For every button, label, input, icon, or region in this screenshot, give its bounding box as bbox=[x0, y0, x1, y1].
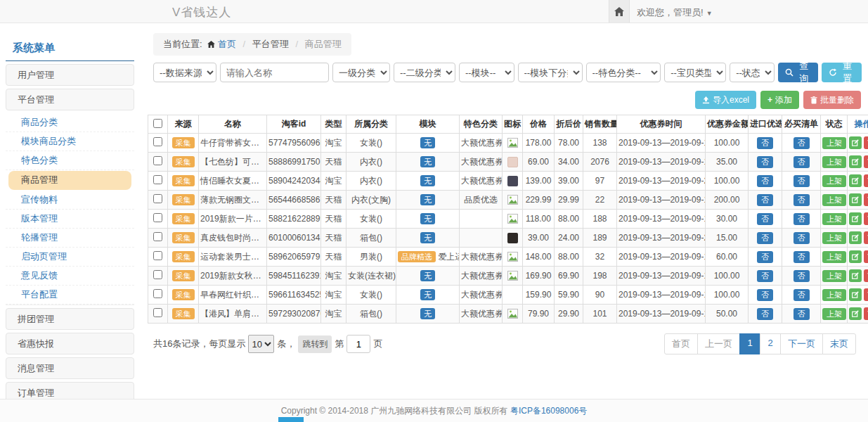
sidebar-item-模块商品分类[interactable]: 模块商品分类 bbox=[6, 132, 134, 151]
sidebar-item-商品分类[interactable]: 商品分类 bbox=[6, 113, 134, 132]
jump-button[interactable]: 跳转到 bbox=[298, 335, 332, 353]
must-buy-toggle[interactable]: 否 bbox=[793, 137, 810, 149]
must-buy-toggle[interactable]: 否 bbox=[793, 213, 810, 225]
jump-page-input[interactable] bbox=[346, 335, 370, 353]
status-toggle[interactable]: 上架 bbox=[822, 308, 846, 320]
delete-button[interactable] bbox=[864, 307, 868, 320]
filter-select-1[interactable]: --数据来源-- bbox=[153, 63, 216, 82]
row-checkbox[interactable] bbox=[153, 194, 162, 203]
icp-link[interactable]: 粤ICP备16098006号 bbox=[510, 405, 587, 417]
sidebar-item-特色分类[interactable]: 特色分类 bbox=[6, 151, 134, 170]
must-buy-toggle[interactable]: 否 bbox=[793, 251, 810, 263]
edit-button[interactable] bbox=[849, 307, 862, 320]
row-checkbox[interactable] bbox=[153, 251, 162, 260]
status-toggle[interactable]: 上架 bbox=[822, 232, 846, 244]
page-button-末页[interactable]: 末页 bbox=[822, 333, 856, 354]
filter-select-3[interactable]: --二级分类-- bbox=[394, 63, 455, 82]
delete-button[interactable] bbox=[864, 193, 868, 206]
batch-delete-button[interactable]: 批量删除 bbox=[803, 91, 861, 109]
must-buy-toggle[interactable]: 否 bbox=[793, 308, 810, 320]
sidebar-item-版本管理[interactable]: 版本管理 bbox=[6, 210, 134, 229]
delete-button[interactable] bbox=[864, 155, 868, 168]
sidebar-group-用户管理[interactable]: 用户管理 bbox=[6, 64, 134, 86]
must-buy-toggle[interactable]: 否 bbox=[793, 232, 810, 244]
sidebar-group-拼团管理[interactable]: 拼团管理 bbox=[6, 308, 134, 330]
import-select-toggle[interactable]: 否 bbox=[757, 213, 773, 225]
page-button-首页[interactable]: 首页 bbox=[664, 333, 698, 354]
delete-button[interactable] bbox=[864, 231, 868, 244]
status-toggle[interactable]: 上架 bbox=[822, 175, 846, 187]
row-checkbox[interactable] bbox=[153, 213, 162, 222]
import-excel-button[interactable]: 导入excel bbox=[695, 91, 756, 109]
edit-button[interactable] bbox=[849, 231, 862, 244]
delete-button[interactable] bbox=[864, 288, 868, 301]
sidebar-group-平台管理[interactable]: 平台管理 bbox=[6, 89, 134, 110]
sidebar-group-消息管理[interactable]: 消息管理 bbox=[6, 357, 134, 379]
delete-button[interactable] bbox=[864, 269, 868, 282]
filter-select-7[interactable]: --宝贝类型-- bbox=[664, 63, 726, 82]
status-toggle[interactable]: 上架 bbox=[822, 251, 846, 263]
filter-select-6[interactable]: --特色分类-- bbox=[586, 63, 661, 82]
edit-button[interactable] bbox=[849, 250, 862, 263]
import-select-toggle[interactable]: 否 bbox=[757, 270, 773, 282]
edit-button[interactable] bbox=[849, 269, 862, 282]
filter-select-5[interactable]: --模块下分类-- bbox=[518, 63, 583, 82]
status-toggle[interactable]: 上架 bbox=[822, 289, 846, 301]
breadcrumb-home-link[interactable]: 首页 bbox=[218, 39, 236, 49]
page-size-select[interactable]: 10 bbox=[248, 335, 274, 353]
row-checkbox[interactable] bbox=[153, 289, 162, 298]
sidebar-item-轮播管理[interactable]: 轮播管理 bbox=[6, 229, 134, 248]
page-button-2[interactable]: 2 bbox=[760, 333, 781, 354]
delete-button[interactable] bbox=[864, 136, 868, 149]
home-button[interactable] bbox=[609, 0, 630, 23]
must-buy-toggle[interactable]: 否 bbox=[793, 156, 810, 168]
edit-button[interactable] bbox=[849, 288, 862, 301]
delete-button[interactable] bbox=[864, 250, 868, 263]
filter-select-2[interactable]: 一级分类 bbox=[332, 63, 390, 82]
filter-select-8[interactable]: --状态-- bbox=[730, 63, 775, 82]
status-toggle[interactable]: 上架 bbox=[822, 156, 846, 168]
row-checkbox[interactable] bbox=[153, 308, 162, 317]
must-buy-toggle[interactable]: 否 bbox=[793, 270, 810, 282]
page-button-下一页[interactable]: 下一页 bbox=[780, 333, 823, 354]
product-name-input[interactable] bbox=[220, 63, 329, 82]
import-select-toggle[interactable]: 否 bbox=[757, 308, 773, 320]
import-select-toggle[interactable]: 否 bbox=[757, 289, 773, 301]
import-select-toggle[interactable]: 否 bbox=[757, 194, 773, 206]
row-checkbox[interactable] bbox=[153, 137, 162, 146]
sidebar-item-启动页管理[interactable]: 启动页管理 bbox=[6, 248, 134, 267]
status-toggle[interactable]: 上架 bbox=[822, 194, 846, 206]
row-checkbox[interactable] bbox=[153, 270, 162, 279]
import-select-toggle[interactable]: 否 bbox=[757, 232, 773, 244]
must-buy-toggle[interactable]: 否 bbox=[793, 289, 810, 301]
sidebar-item-意见反馈[interactable]: 意见反馈 bbox=[6, 267, 134, 286]
filter-select-4[interactable]: --模块-- bbox=[459, 63, 514, 82]
edit-button[interactable] bbox=[849, 155, 862, 168]
must-buy-toggle[interactable]: 否 bbox=[793, 194, 810, 206]
search-button[interactable]: 查询 bbox=[778, 63, 818, 82]
row-checkbox[interactable] bbox=[153, 232, 162, 241]
import-select-toggle[interactable]: 否 bbox=[757, 251, 773, 263]
sidebar-item-宣传物料[interactable]: 宣传物料 bbox=[6, 191, 134, 210]
user-menu[interactable]: 欢迎您，管理员!▼ bbox=[637, 6, 713, 19]
sidebar-group-省惠快报[interactable]: 省惠快报 bbox=[6, 333, 134, 354]
edit-button[interactable] bbox=[849, 174, 862, 187]
import-select-toggle[interactable]: 否 bbox=[757, 156, 773, 168]
edit-button[interactable] bbox=[849, 212, 862, 225]
select-all-checkbox[interactable] bbox=[153, 119, 162, 128]
status-toggle[interactable]: 上架 bbox=[822, 137, 846, 149]
row-checkbox[interactable] bbox=[153, 175, 162, 184]
delete-button[interactable] bbox=[864, 174, 868, 187]
edit-button[interactable] bbox=[849, 193, 862, 206]
must-buy-toggle[interactable]: 否 bbox=[793, 175, 810, 187]
add-button[interactable]: + 添加 bbox=[760, 91, 799, 109]
sidebar-item-商品管理[interactable]: 商品管理 bbox=[8, 171, 131, 190]
edit-button[interactable] bbox=[849, 136, 862, 149]
page-button-1[interactable]: 1 bbox=[739, 333, 760, 354]
import-select-toggle[interactable]: 否 bbox=[757, 137, 773, 149]
page-button-上一页[interactable]: 上一页 bbox=[697, 333, 740, 354]
status-toggle[interactable]: 上架 bbox=[822, 270, 846, 282]
reset-button[interactable]: 重置 bbox=[822, 63, 862, 82]
delete-button[interactable] bbox=[864, 212, 868, 225]
sidebar-item-平台配置[interactable]: 平台配置 bbox=[6, 286, 134, 305]
